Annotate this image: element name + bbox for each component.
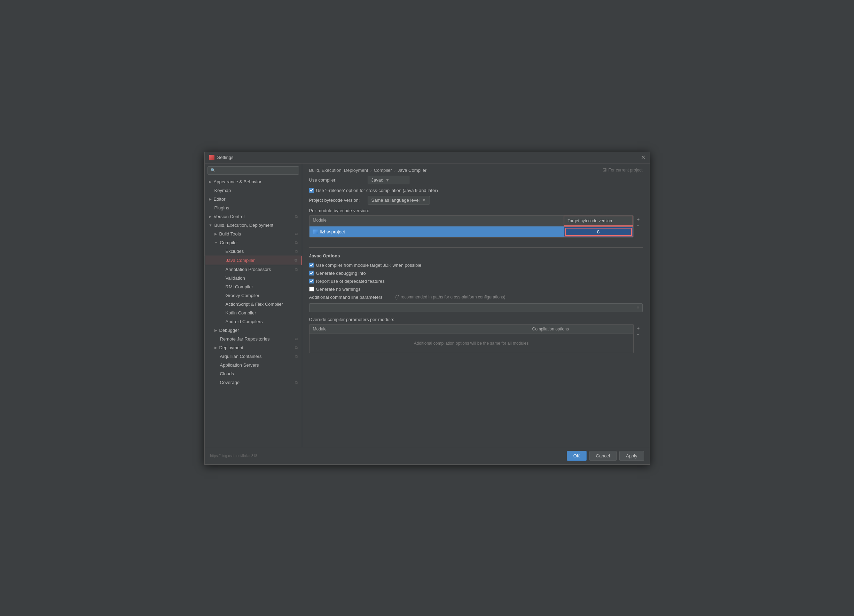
cancel-button[interactable]: Cancel xyxy=(589,451,616,461)
sidebar-item-validation[interactable]: Validation xyxy=(205,274,302,283)
sidebar-item-label: Debugger xyxy=(219,328,239,333)
bytecode-dropdown-arrow-icon: ▼ xyxy=(422,198,426,203)
sidebar-item-compiler[interactable]: ▼Compiler⧉ xyxy=(205,238,302,247)
search-icon: 🔍 xyxy=(210,168,215,172)
use-release-checkbox[interactable] xyxy=(309,188,314,193)
additional-cmd-input-wrap[interactable]: ✕ xyxy=(309,303,643,312)
sidebar-item-label: Java Compiler xyxy=(226,258,255,263)
additional-cmd-label: Additional command line parameters: xyxy=(309,295,393,300)
project-bytecode-dropdown[interactable]: Same as language level ▼ xyxy=(368,196,430,205)
expand-arrow-icon: ▶ xyxy=(209,214,212,218)
copy-icon: ⧉ xyxy=(295,354,298,359)
sidebar-item-coverage[interactable]: Coverage⧉ xyxy=(205,378,302,387)
remove-module-button[interactable]: － xyxy=(634,222,642,228)
module-icon xyxy=(313,230,318,234)
close-button[interactable]: ✕ xyxy=(641,155,645,160)
sidebar-item-label: Appearance & Behavior xyxy=(214,179,261,184)
clear-cmd-icon[interactable]: ✕ xyxy=(636,306,639,310)
expand-arrow-icon: ▶ xyxy=(215,232,217,236)
generate-debug-checkbox[interactable] xyxy=(309,271,314,275)
sidebar-item-rmi-compiler[interactable]: RMI Compiler xyxy=(205,283,302,291)
target-version-input[interactable] xyxy=(565,228,632,236)
project-icon: 🖫 xyxy=(602,168,607,172)
copy-icon: ⧉ xyxy=(295,249,298,254)
col-target: Target bytecode version xyxy=(564,216,633,226)
search-input[interactable] xyxy=(217,168,296,173)
url-hint: https://blog.csdn.net/lfulian318 xyxy=(210,454,257,458)
sidebar-item-actionscript-compiler[interactable]: ActionScript & Flex Compiler xyxy=(205,300,302,309)
copy-icon: ⧉ xyxy=(295,345,298,350)
content-area: Use compiler: Javac ▼ Use '--release' op… xyxy=(302,176,650,447)
javac-options-header: Javac Options xyxy=(309,253,643,260)
add-override-button[interactable]: ＋ xyxy=(634,325,642,331)
sidebar-item-excludes[interactable]: Excludes⧉ xyxy=(205,247,302,256)
sidebar-item-label: Clouds xyxy=(220,371,234,376)
sidebar-item-label: ActionScript & Flex Compiler xyxy=(226,301,283,307)
use-compiler-label: Use compiler: xyxy=(309,177,365,183)
breadcrumb-sep-2: › xyxy=(394,168,395,173)
javac-options-list: Use compiler from module target JDK when… xyxy=(309,263,643,292)
sidebar-item-plugins[interactable]: Plugins xyxy=(205,204,302,212)
sidebar-item-appearance[interactable]: ▶Appearance & Behavior xyxy=(205,177,302,186)
sidebar-item-clouds[interactable]: Clouds xyxy=(205,370,302,378)
target-version-cell[interactable] xyxy=(564,227,633,237)
javac-option-use-module-target: Use compiler from module target JDK when… xyxy=(309,263,643,268)
copy-icon: ⧉ xyxy=(295,337,298,341)
sidebar-item-annotation-processors[interactable]: Annotation Processors⧉ xyxy=(205,265,302,274)
sidebar-item-version-control[interactable]: ▶Version Control⧉ xyxy=(205,212,302,221)
ok-button[interactable]: OK xyxy=(567,451,587,461)
sidebar-item-label: Version Control xyxy=(214,214,245,219)
sidebar-item-java-compiler[interactable]: Java Compiler⧉ xyxy=(205,256,302,265)
search-box[interactable]: 🔍 xyxy=(207,166,299,175)
breadcrumb-sep-1: › xyxy=(370,168,372,173)
sidebar-item-label: Validation xyxy=(226,275,245,281)
sidebar: 🔍 ▶Appearance & BehaviorKeymap▶EditorPlu… xyxy=(205,163,302,447)
bottom-bar: https://blog.csdn.net/lfulian318 OK Canc… xyxy=(205,447,650,464)
sidebar-item-arquillian[interactable]: Arquillian Containers⧉ xyxy=(205,352,302,361)
javac-option-report-deprecated: Report use of deprecated features xyxy=(309,278,643,284)
apply-button[interactable]: Apply xyxy=(619,451,644,461)
copy-icon: ⧉ xyxy=(295,232,298,236)
sidebar-item-groovy-compiler[interactable]: Groovy Compiler xyxy=(205,291,302,300)
override-col-compilation: Compilation options xyxy=(529,324,633,333)
sidebar-item-deployment[interactable]: ▶Deployment⧉ xyxy=(205,343,302,352)
use-compiler-dropdown[interactable]: Javac ▼ xyxy=(368,176,409,184)
expand-arrow-icon: ▶ xyxy=(209,180,212,184)
table-row[interactable]: lizhw-project xyxy=(310,227,633,237)
use-module-target-checkbox[interactable] xyxy=(309,263,314,268)
no-warnings-checkbox[interactable] xyxy=(309,287,314,292)
dialog-title: Settings xyxy=(217,155,641,160)
override-label: Override compiler parameters per-module: xyxy=(309,317,643,322)
module-name: lizhw-project xyxy=(320,229,345,234)
javac-separator xyxy=(309,247,643,248)
add-module-button[interactable]: ＋ xyxy=(634,216,642,222)
use-release-label: Use '--release' option for cross-compila… xyxy=(316,188,438,193)
sidebar-item-android-compilers[interactable]: Android Compilers xyxy=(205,317,302,326)
sidebar-item-keymap[interactable]: Keymap xyxy=(205,186,302,195)
no-warnings-label: Generate no warnings xyxy=(316,287,361,292)
sidebar-item-kotlin-compiler[interactable]: Kotlin Compiler xyxy=(205,309,302,317)
sidebar-item-label: Excludes xyxy=(226,249,244,254)
sidebar-item-label: Annotation Processors xyxy=(226,267,271,272)
additional-cmd-input[interactable] xyxy=(312,305,635,310)
sidebar-item-editor[interactable]: ▶Editor xyxy=(205,195,302,204)
report-deprecated-checkbox[interactable] xyxy=(309,278,314,283)
generate-debug-label: Generate debugging info xyxy=(316,271,366,276)
project-bytecode-label: Project bytecode version: xyxy=(309,198,365,203)
override-table-wrap: Module Compilation options Additional co… xyxy=(309,324,643,357)
col-module: Module xyxy=(310,216,564,226)
settings-dialog: Settings ✕ 🔍 ▶Appearance & BehaviorKeyma… xyxy=(204,152,650,465)
use-module-target-label: Use compiler from module target JDK when… xyxy=(316,263,422,268)
remove-override-button[interactable]: － xyxy=(634,331,642,338)
sidebar-item-application-servers[interactable]: Application Servers xyxy=(205,361,302,370)
sidebar-item-debugger[interactable]: ▶Debugger xyxy=(205,326,302,335)
sidebar-item-label: Kotlin Compiler xyxy=(226,310,256,315)
for-project-label: For current project xyxy=(608,168,642,172)
breadcrumb-part-1: Build, Execution, Deployment xyxy=(309,168,368,173)
breadcrumb-part-3: Java Compiler xyxy=(398,168,427,173)
sidebar-item-remote-jar[interactable]: Remote Jar Repositories⧉ xyxy=(205,335,302,343)
expand-arrow-icon: ▶ xyxy=(209,197,212,201)
sidebar-item-label: Groovy Compiler xyxy=(226,293,260,298)
sidebar-item-build-exec-deploy[interactable]: ▼Build, Execution, Deployment xyxy=(205,221,302,230)
sidebar-item-build-tools[interactable]: ▶Build Tools⧉ xyxy=(205,230,302,238)
